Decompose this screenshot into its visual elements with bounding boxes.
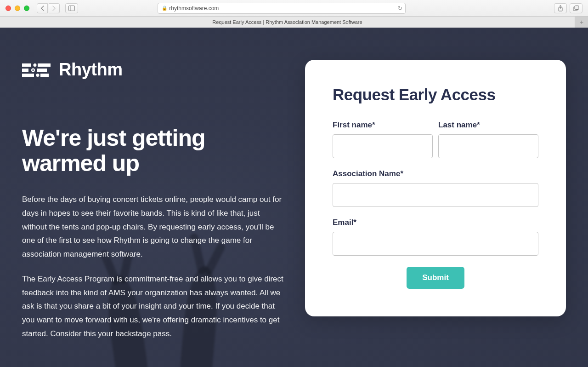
svg-rect-0 <box>69 6 75 11</box>
svg-rect-4 <box>575 6 579 9</box>
last-name-field-group: Last name* <box>438 120 538 158</box>
window-maximize-button[interactable] <box>24 6 29 11</box>
last-name-label: Last name* <box>438 120 538 130</box>
form-row-email: Email* <box>333 218 538 256</box>
svg-rect-14 <box>40 74 49 77</box>
url-text: rhythmsoftware.com <box>169 5 219 11</box>
association-field-group: Association Name* <box>333 169 538 207</box>
window-close-button[interactable] <box>6 6 11 11</box>
forward-button[interactable] <box>49 3 60 13</box>
browser-toolbar: 🔒 rhythmsoftware.com ↻ <box>0 0 588 16</box>
sidebar-toggle-button[interactable] <box>65 3 78 13</box>
last-name-field[interactable] <box>438 134 538 158</box>
form-row-association: Association Name* <box>333 169 538 207</box>
intro-paragraph-1: Before the days of buying concert ticket… <box>22 193 287 261</box>
intro-paragraph-2: The Early Access Program is commitment-f… <box>22 272 287 341</box>
url-bar[interactable]: 🔒 rhythmsoftware.com ↻ <box>158 3 406 14</box>
svg-rect-5 <box>22 63 31 67</box>
reload-button[interactable]: ↻ <box>398 5 402 11</box>
lock-icon: 🔒 <box>162 6 167 11</box>
svg-rect-11 <box>37 69 47 72</box>
first-name-field[interactable] <box>333 134 433 158</box>
nav-buttons <box>37 3 60 13</box>
tabs-button[interactable] <box>570 3 582 13</box>
first-name-label: First name* <box>333 120 433 130</box>
share-button[interactable] <box>554 3 567 13</box>
svg-rect-7 <box>38 63 51 67</box>
page-content: Rhythm We're just getting warmed up Befo… <box>0 28 588 367</box>
form-card: Request Early Access First name* Last na… <box>305 60 566 316</box>
back-button[interactable] <box>37 3 48 13</box>
association-field[interactable] <box>333 183 538 207</box>
browser-tab[interactable]: Request Early Access | Rhythm Associatio… <box>0 17 575 28</box>
svg-point-13 <box>36 74 40 77</box>
content-wrapper: Rhythm We're just getting warmed up Befo… <box>0 28 588 352</box>
svg-point-10 <box>32 69 34 71</box>
window-minimize-button[interactable] <box>15 6 20 11</box>
svg-rect-12 <box>22 74 34 77</box>
left-column: Rhythm We're just getting warmed up Befo… <box>22 60 287 352</box>
svg-point-6 <box>34 63 37 67</box>
email-field[interactable] <box>333 232 538 256</box>
submit-wrap: Submit <box>333 267 538 289</box>
form-row-name: First name* Last name* <box>333 120 538 158</box>
email-field-group: Email* <box>333 218 538 256</box>
tab-title: Request Early Access | Rhythm Associatio… <box>212 19 362 25</box>
browser-chrome: 🔒 rhythmsoftware.com ↻ Request Early Acc… <box>0 0 588 28</box>
svg-rect-8 <box>22 69 28 72</box>
logo: Rhythm <box>22 60 287 80</box>
right-controls <box>554 3 582 13</box>
form-title: Request Early Access <box>333 86 538 104</box>
tab-bar: Request Early Access | Rhythm Associatio… <box>0 16 588 27</box>
first-name-field-group: First name* <box>333 120 433 158</box>
new-tab-button[interactable]: + <box>575 17 588 28</box>
right-column: Request Early Access First name* Last na… <box>305 60 566 352</box>
logo-text: Rhythm <box>59 60 122 80</box>
submit-button[interactable]: Submit <box>407 267 464 289</box>
association-label: Association Name* <box>333 169 538 178</box>
traffic-lights <box>6 6 29 11</box>
logo-icon <box>22 61 51 79</box>
email-label: Email* <box>333 218 538 227</box>
page-heading: We're just getting warmed up <box>22 126 287 176</box>
